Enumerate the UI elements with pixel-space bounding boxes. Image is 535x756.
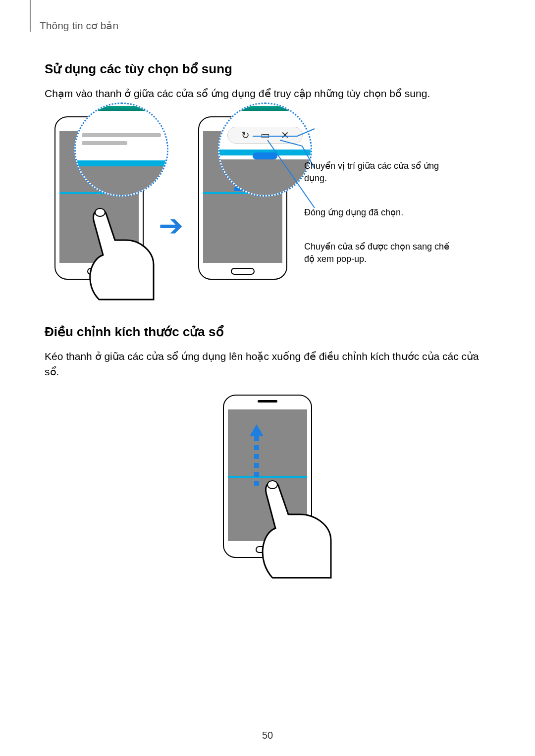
- section-body-resize-window: Kéo thanh ở giữa các cửa sổ ứng dụng lên…: [45, 349, 490, 380]
- app-header-bar-icon: [227, 106, 303, 111]
- callout-popup: Chuyển cửa sổ được chọn sang chế độ xem …: [302, 241, 461, 265]
- section-body-additional-options: Chạm vào thanh ở giữa các cửa sổ ứng dụn…: [45, 86, 490, 101]
- earpiece-icon: [258, 400, 277, 403]
- callout-close: Đóng ứng dụng đã chọn.: [302, 206, 461, 219]
- section-title-resize-window: Điều chỉnh kích thước cửa sổ: [45, 324, 490, 340]
- blurred-text-icon: [82, 133, 161, 137]
- svg-point-1: [268, 481, 277, 489]
- magnifier-tap: [74, 102, 168, 197]
- page-content: Thông tin cơ bản Sử dụng các tùy chọn bổ…: [0, 0, 535, 612]
- phone-earpiece-area: [224, 396, 311, 407]
- arrow-right-icon: ➔: [159, 208, 183, 243]
- figure-multiwindow-options: ➔ ↻ ▭ ✕: [45, 116, 490, 300]
- section-title-additional-options: Sử dụng các tùy chọn bổ sung: [45, 61, 490, 77]
- figure-resize-window: [45, 395, 490, 578]
- callout-swap: Chuyển vị trí giữa các cửa sổ ứng dụng.: [302, 160, 461, 185]
- app-header-bar-icon: [84, 106, 159, 111]
- phone-illustration-options: ↻ ▭ ✕: [193, 116, 292, 300]
- page-number: 50: [0, 730, 535, 741]
- svg-point-0: [95, 208, 105, 216]
- callout-list: Chuyển vị trí giữa các cửa sổ ứng dụng. …: [302, 150, 461, 266]
- split-top-pane: [228, 409, 307, 478]
- blurred-text-icon: [82, 141, 127, 145]
- hand-tap-icon: [79, 205, 159, 304]
- header-vertical-rule: [30, 0, 31, 32]
- phone-illustration-drag: [213, 395, 322, 578]
- breadcrumb: Thông tin cơ bản: [40, 20, 490, 32]
- phone-illustration-tap: [50, 116, 149, 300]
- divider-bar-icon: [76, 160, 167, 166]
- hand-drag-icon: [252, 479, 336, 583]
